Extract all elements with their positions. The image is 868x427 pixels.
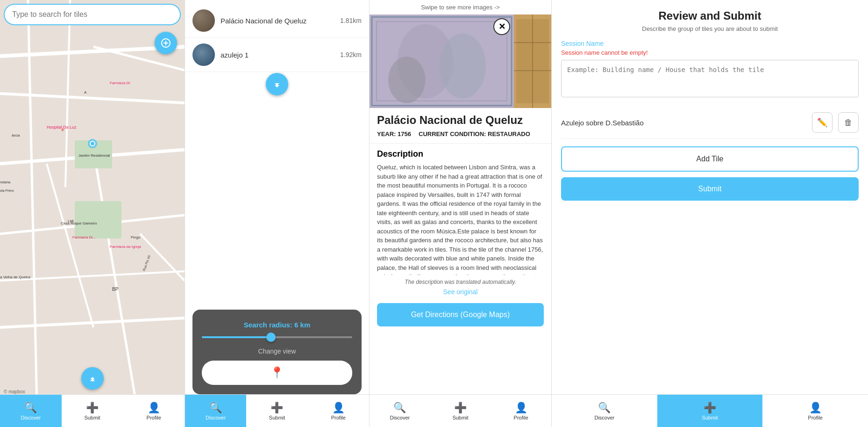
- get-directions-button[interactable]: Get Directions (Google Maps): [377, 303, 544, 326]
- review-panel: Review and Submit Describe the group of …: [551, 0, 868, 427]
- discover-icon-p3: 🔍: [393, 402, 406, 414]
- submit-button[interactable]: Submit: [561, 177, 859, 201]
- svg-text:sta Primo: sta Primo: [0, 189, 14, 192]
- nav-submit-p3[interactable]: ➕ Submit: [430, 395, 491, 427]
- slider-panel: Search radius: 6 km Change view 📍: [192, 310, 362, 394]
- nav-discover-p4[interactable]: 🔍 Discover: [552, 395, 657, 427]
- svg-text:Jardim Residencial: Jardim Residencial: [78, 153, 110, 158]
- slider-track[interactable]: [202, 336, 352, 338]
- profile-icon-p2: 👤: [332, 402, 345, 414]
- svg-text:A: A: [84, 90, 87, 94]
- bottom-nav-panel4: 🔍 Discover ➕ Submit 👤 Profile: [552, 394, 868, 427]
- svg-point-38: [440, 33, 486, 99]
- swipe-hint: Swipe to see more images ->: [370, 0, 551, 14]
- nav-discover-p2[interactable]: 🔍 Discover: [185, 395, 246, 427]
- location-button[interactable]: [155, 32, 177, 54]
- add-tile-button[interactable]: Add Tile: [561, 146, 859, 172]
- detail-images: ✕: [370, 14, 551, 108]
- submit-icon-p2: ➕: [270, 402, 283, 414]
- tile-distance-azulejo: 1.92km: [340, 51, 362, 58]
- tile-distance-palacio: 1.81km: [340, 17, 362, 24]
- saved-session-item: Azulejo sobre D.Sebastião ✏️ 🗑: [561, 107, 859, 139]
- discover-label-p2: Discover: [206, 415, 226, 420]
- submit-label-p4: Submit: [702, 415, 718, 420]
- main-image: [370, 14, 514, 108]
- slider-thumb[interactable]: [266, 333, 276, 342]
- slider-fill: [202, 336, 270, 338]
- year-value: 1756: [398, 130, 411, 138]
- bottom-nav-panel1: 🔍 Discover ➕ Submit 👤 Profile: [0, 394, 185, 427]
- list-panel: Palácio Nacional de Queluz 1.81km azulej…: [185, 0, 369, 427]
- nav-profile-p3[interactable]: 👤 Profile: [491, 395, 551, 427]
- detail-panel: Swipe to see more images ->: [369, 0, 551, 427]
- trash-icon: 🗑: [844, 118, 853, 128]
- tile-art-svg: [370, 14, 514, 108]
- nav-profile-p1[interactable]: 👤 Profile: [123, 395, 185, 427]
- svg-point-39: [388, 57, 426, 103]
- profile-label-p3: Profile: [514, 415, 528, 420]
- tile-avatar-azulejo: [192, 43, 215, 66]
- map-panel: + Hospital Da Luz Jardim Residencial ārc…: [0, 0, 185, 427]
- crosshair-icon: [160, 37, 171, 49]
- discover-icon-p1: 🔍: [24, 402, 37, 414]
- edit-session-button[interactable]: ✏️: [812, 112, 832, 133]
- nav-submit-p2[interactable]: ➕ Submit: [246, 395, 307, 427]
- svg-text:Pingo: Pingo: [131, 235, 141, 239]
- profile-label-p1: Profile: [147, 415, 161, 420]
- svg-text:Casa Roque Gameiro: Casa Roque Gameiro: [61, 221, 97, 225]
- svg-rect-15: [75, 201, 121, 239]
- profile-icon-p4: 👤: [809, 402, 822, 414]
- side-tile-art-svg: [514, 14, 551, 108]
- condition-value: RESTAURADO: [488, 130, 530, 138]
- discover-icon-p2: 🔍: [209, 402, 222, 414]
- condition-info: Current condition: RESTAURADO: [419, 130, 530, 138]
- close-button[interactable]: ✕: [493, 18, 510, 35]
- map-background: + Hospital Da Luz Jardim Residencial ārc…: [0, 0, 185, 427]
- tile-name-azulejo: azulejo 1: [221, 51, 334, 59]
- svg-text:Farmácia Di: Farmácia Di: [110, 81, 130, 85]
- nav-submit-p1[interactable]: ➕ Submit: [62, 395, 123, 427]
- side-image: [514, 14, 551, 108]
- nav-discover-p1[interactable]: 🔍 Discover: [0, 395, 62, 427]
- submit-icon-p4: ➕: [704, 402, 716, 414]
- submit-icon-p3: ➕: [454, 402, 467, 414]
- nav-submit-p4[interactable]: ➕ Submit: [657, 395, 763, 427]
- chevron-down-double-icon: [271, 79, 283, 90]
- search-bar[interactable]: [4, 4, 181, 25]
- saved-session-name: Azulejo sobre D.Sebastião: [561, 119, 806, 127]
- expand-button[interactable]: [266, 73, 288, 95]
- auto-translate-note: The description was translated automatic…: [370, 275, 551, 287]
- map-pin-icon: 📍: [270, 366, 284, 379]
- profile-icon-p1: 👤: [148, 402, 160, 414]
- list-item[interactable]: Palácio Nacional de Queluz 1.81km: [185, 4, 369, 38]
- change-view-button[interactable]: 📍: [202, 361, 352, 385]
- scroll-up-button[interactable]: [81, 367, 104, 390]
- bottom-nav-panel2: 🔍 Discover ➕ Submit 👤 Profile: [185, 394, 369, 427]
- svg-text:Farmácia da Igreja: Farmácia da Igreja: [110, 245, 141, 249]
- tile-list: Palácio Nacional de Queluz 1.81km azulej…: [185, 0, 369, 76]
- detail-meta: Year: 1756 Current condition: RESTAURADO: [370, 130, 551, 144]
- place-title: Palácio Nacional de Queluz: [370, 108, 551, 130]
- year-label: Year:: [377, 130, 396, 138]
- session-error: Session name cannot be empty!: [561, 49, 859, 56]
- edit-icon: ✏️: [817, 117, 827, 128]
- nav-profile-p4[interactable]: 👤 Profile: [762, 395, 868, 427]
- delete-session-button[interactable]: 🗑: [838, 112, 859, 133]
- search-input[interactable]: [4, 4, 181, 25]
- profile-label-p4: Profile: [808, 415, 823, 420]
- nav-discover-p3[interactable]: 🔍 Discover: [370, 395, 430, 427]
- change-view-label: Change view: [202, 347, 352, 355]
- tile-avatar-palacio: [192, 9, 215, 32]
- list-item[interactable]: azulejo 1 1.92km: [185, 38, 369, 72]
- bottom-nav-panel3: 🔍 Discover ➕ Submit 👤 Profile: [370, 394, 551, 427]
- description-title: Description: [370, 144, 551, 163]
- session-name-input[interactable]: [561, 60, 859, 97]
- discover-icon-p4: 🔍: [598, 402, 611, 414]
- condition-label: Current condition:: [419, 130, 486, 138]
- review-subtitle: Describe the group of tiles you are abou…: [561, 25, 859, 32]
- tile-name-palacio: Palácio Nacional de Queluz: [221, 17, 334, 25]
- submit-label-p3: Submit: [452, 415, 468, 420]
- svg-text:ndaria: ndaria: [0, 180, 11, 184]
- see-original-link[interactable]: See original: [370, 287, 551, 299]
- nav-profile-p2[interactable]: 👤 Profile: [308, 395, 369, 427]
